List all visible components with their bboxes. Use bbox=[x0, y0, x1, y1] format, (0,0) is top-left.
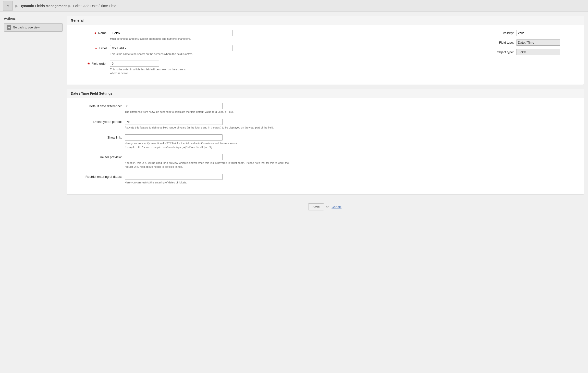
panels-wrapper: General ★ Name: Must be u bbox=[67, 16, 584, 215]
show-link-hint: Here you can specify an optional HTTP li… bbox=[125, 141, 296, 149]
general-panel: General ★ Name: Must be u bbox=[67, 16, 584, 85]
field-type-label: Field type: bbox=[492, 39, 516, 44]
define-years-label: Define years period: bbox=[71, 119, 125, 124]
default-date-diff-hint: The difference from NOW (in seconds) to … bbox=[125, 110, 296, 114]
home-icon: ⌂ bbox=[7, 4, 9, 8]
settings-panel: Date / Time Field Settings Default date … bbox=[67, 89, 584, 195]
define-years-row: Define years period: Activate this featu… bbox=[71, 119, 580, 129]
restrict-dates-label: Restrict entering of dates: bbox=[71, 174, 125, 179]
general-col-right: Validity: Field type: Date / Time bbox=[492, 30, 580, 80]
save-button[interactable]: Save bbox=[308, 203, 324, 210]
validity-input[interactable] bbox=[516, 30, 560, 36]
define-years-field: Activate this feature to define a fixed … bbox=[125, 119, 580, 129]
object-type-row: Object type: Ticket bbox=[492, 49, 580, 55]
object-type-field: Ticket bbox=[516, 49, 580, 55]
breadcrumb-item-2: Ticket: Add Date / Time Field bbox=[73, 4, 116, 8]
label-required: ★ bbox=[95, 46, 98, 50]
link-preview-row: Link for preview: If filled in, this URL… bbox=[71, 154, 580, 169]
general-panel-title: General bbox=[67, 16, 584, 25]
cancel-button[interactable]: Cancel bbox=[331, 204, 342, 210]
name-row: ★ Name: Must be unique and only accept a… bbox=[71, 30, 492, 41]
show-link-label: Show link: bbox=[71, 134, 125, 139]
validity-field bbox=[516, 30, 580, 36]
bottom-actions: Save or Cancel bbox=[67, 198, 584, 215]
link-preview-field: If filled in, this URL will be used for … bbox=[125, 154, 580, 169]
breadcrumb-item-1: Dynamic Fields Management bbox=[20, 4, 67, 8]
show-link-input[interactable] bbox=[125, 134, 223, 141]
validity-row: Validity: bbox=[492, 30, 580, 36]
object-type-label: Object type: bbox=[492, 49, 516, 54]
field-type-value: Date / Time bbox=[516, 39, 560, 46]
back-arrow-icon: ◄ bbox=[7, 25, 11, 30]
define-years-input[interactable] bbox=[125, 119, 223, 125]
name-field: Must be unique and only accept alphabeti… bbox=[110, 30, 233, 41]
link-preview-label: Link for preview: bbox=[71, 154, 125, 159]
main-content: Actions ◄ Go back to overview General ★ bbox=[0, 12, 588, 219]
name-label: ★ Name: bbox=[71, 30, 110, 35]
general-col-left: ★ Name: Must be unique and only accept a… bbox=[71, 30, 492, 80]
label-label: ★ Label: bbox=[71, 45, 110, 50]
validity-label: Validity: bbox=[492, 30, 516, 35]
field-order-hint: This is the order in which this field wi… bbox=[110, 68, 193, 75]
object-type-value: Ticket bbox=[516, 49, 560, 55]
general-panel-body: ★ Name: Must be unique and only accept a… bbox=[67, 25, 584, 85]
or-text: or bbox=[326, 205, 329, 209]
default-date-diff-label: Default date difference: bbox=[71, 103, 125, 108]
link-preview-input[interactable] bbox=[125, 154, 223, 160]
label-hint: This is the name to be shown on the scre… bbox=[110, 52, 193, 56]
link-preview-hint: If filled in, this URL will be used for … bbox=[125, 161, 296, 169]
label-input[interactable] bbox=[110, 45, 233, 51]
breadcrumb-arrow-2: ▶ bbox=[68, 3, 71, 8]
restrict-dates-field: Here you can restrict the entering of da… bbox=[125, 174, 580, 184]
name-input[interactable] bbox=[110, 30, 233, 36]
restrict-dates-row: Restrict entering of dates: Here you can… bbox=[71, 174, 580, 184]
default-date-diff-input[interactable] bbox=[125, 103, 223, 109]
show-link-row: Show link: Here you can specify an optio… bbox=[71, 134, 580, 149]
restrict-dates-input[interactable] bbox=[125, 174, 223, 180]
field-type-row: Field type: Date / Time bbox=[492, 39, 580, 46]
general-two-col: ★ Name: Must be unique and only accept a… bbox=[71, 30, 580, 80]
home-button[interactable]: ⌂ bbox=[3, 1, 13, 11]
sidebar: Actions ◄ Go back to overview bbox=[4, 16, 63, 32]
go-back-label: Go back to overview bbox=[13, 26, 40, 29]
restrict-dates-hint: Here you can restrict the entering of da… bbox=[125, 181, 296, 184]
field-type-field: Date / Time bbox=[516, 39, 580, 46]
field-order-row: ★ Field order: This is the order in whic… bbox=[71, 61, 492, 75]
name-required: ★ bbox=[94, 31, 97, 35]
settings-panel-title: Date / Time Field Settings bbox=[67, 89, 584, 98]
sidebar-title: Actions bbox=[4, 16, 63, 21]
breadcrumb: ⌂ ▶ Dynamic Fields Management ▶ Ticket: … bbox=[0, 0, 588, 12]
breadcrumb-arrow-1: ▶ bbox=[15, 3, 18, 8]
field-order-label: ★ Field order: bbox=[71, 61, 110, 65]
default-date-diff-field: The difference from NOW (in seconds) to … bbox=[125, 103, 580, 114]
define-years-hint: Activate this feature to define a fixed … bbox=[125, 126, 296, 129]
field-order-field: This is the order in which this field wi… bbox=[110, 61, 233, 75]
show-link-field: Here you can specify an optional HTTP li… bbox=[125, 134, 580, 149]
go-back-button[interactable]: ◄ Go back to overview bbox=[4, 23, 63, 32]
field-order-required: ★ bbox=[87, 62, 90, 65]
label-field: This is the name to be shown on the scre… bbox=[110, 45, 233, 56]
default-date-diff-row: Default date difference: The difference … bbox=[71, 103, 580, 114]
field-order-input[interactable] bbox=[110, 61, 159, 67]
name-hint: Must be unique and only accept alphabeti… bbox=[110, 37, 193, 41]
settings-panel-body: Default date difference: The difference … bbox=[67, 98, 584, 194]
label-row: ★ Label: This is the name to be shown on… bbox=[71, 45, 492, 56]
